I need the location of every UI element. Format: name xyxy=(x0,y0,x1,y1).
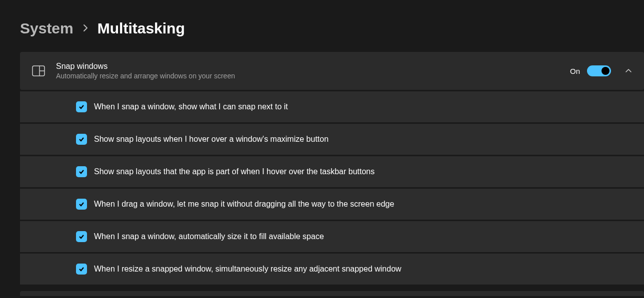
snap-windows-options: When I snap a window, show what I can sn… xyxy=(20,91,644,285)
chevron-up-icon[interactable] xyxy=(625,66,632,75)
snap-windows-title: Snap windows xyxy=(56,62,559,71)
option-label: When I drag a window, let me snap it wit… xyxy=(94,200,394,209)
snap-layout-icon xyxy=(32,65,45,76)
page-title: Multitasking xyxy=(98,20,185,37)
snap-option-row[interactable]: When I snap a window, show what I can sn… xyxy=(20,91,644,122)
checkbox[interactable] xyxy=(76,134,87,145)
breadcrumb: System Multitasking xyxy=(20,20,644,37)
checkbox[interactable] xyxy=(76,231,87,242)
snap-windows-subtitle: Automatically resize and arrange windows… xyxy=(56,72,559,80)
chevron-right-icon xyxy=(82,22,88,35)
checkbox[interactable] xyxy=(76,166,87,177)
option-label: Show snap layouts when I hover over a wi… xyxy=(94,135,328,144)
snap-windows-header[interactable]: Snap windows Automatically resize and ar… xyxy=(20,52,644,90)
option-label: When I snap a window, automatically size… xyxy=(94,232,324,241)
breadcrumb-parent[interactable]: System xyxy=(20,20,74,37)
snap-option-row[interactable]: When I resize a snapped window, simultan… xyxy=(20,254,644,285)
snap-windows-toggle[interactable] xyxy=(587,65,611,76)
checkbox[interactable] xyxy=(76,101,87,112)
snap-option-row[interactable]: When I drag a window, let me snap it wit… xyxy=(20,189,644,220)
next-section-card xyxy=(20,291,644,296)
option-label: Show snap layouts that the app is part o… xyxy=(94,167,374,176)
snap-windows-toggle-label: On xyxy=(570,67,580,75)
option-label: When I resize a snapped window, simultan… xyxy=(94,265,402,274)
snap-option-row[interactable]: When I snap a window, automatically size… xyxy=(20,221,644,252)
checkbox[interactable] xyxy=(76,199,87,210)
option-label: When I snap a window, show what I can sn… xyxy=(94,102,288,111)
snap-option-row[interactable]: Show snap layouts that the app is part o… xyxy=(20,156,644,187)
snap-option-row[interactable]: Show snap layouts when I hover over a wi… xyxy=(20,124,644,155)
checkbox[interactable] xyxy=(76,264,87,275)
snap-windows-card: Snap windows Automatically resize and ar… xyxy=(20,52,644,90)
